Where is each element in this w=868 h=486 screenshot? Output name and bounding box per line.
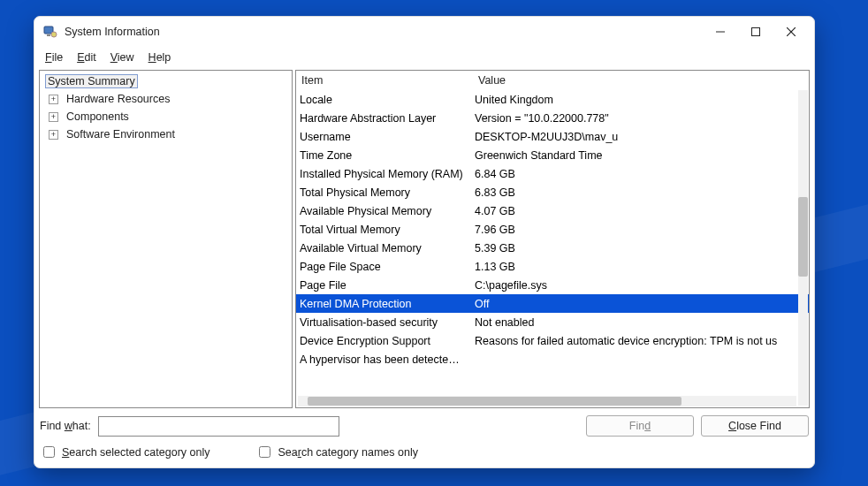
tree-system-summary[interactable]: System Summary (40, 72, 292, 90)
cell-value: Off (473, 298, 809, 310)
table-row[interactable]: Available Physical Memory4.07 GB (296, 201, 809, 220)
menu-file[interactable]: File (38, 49, 70, 66)
cell-value: C:\pagefile.sys (473, 279, 809, 292)
category-tree[interactable]: System Summary +Hardware Resources+Compo… (39, 70, 293, 408)
close-find-button[interactable]: Close Find (701, 415, 809, 437)
cell-item: Device Encryption Support (296, 335, 473, 347)
expand-icon[interactable]: + (49, 130, 58, 140)
cell-item: Installed Physical Memory (RAM) (296, 168, 473, 180)
table-row[interactable]: Hardware Abstraction LayerVersion = "10.… (296, 109, 809, 127)
svg-point-2 (51, 32, 57, 37)
info-table[interactable]: Item Value LocaleUnited KingdomHardware … (295, 70, 810, 408)
table-header[interactable]: Item Value (296, 71, 809, 90)
tree-item[interactable]: +Hardware Resources (40, 90, 292, 108)
maximize-button[interactable] (738, 19, 773, 44)
table-row[interactable]: Installed Physical Memory (RAM)6.84 GB (296, 164, 809, 183)
cell-value: 6.84 GB (473, 168, 809, 180)
cell-item: Available Virtual Memory (296, 242, 473, 254)
table-row[interactable]: Available Virtual Memory5.39 GB (296, 239, 809, 257)
table-row[interactable]: Total Physical Memory6.83 GB (296, 183, 809, 201)
cell-value: 4.07 GB (473, 205, 809, 217)
tree-item-label: Software Environment (64, 128, 178, 140)
cell-item: Time Zone (296, 149, 473, 162)
cell-value: DESKTOP-M2UUJ3D\mav_u (473, 131, 809, 143)
svg-rect-4 (752, 28, 760, 36)
table-row[interactable]: Kernel DMA ProtectionOff (296, 294, 809, 313)
app-icon (43, 25, 57, 39)
cell-item: Hardware Abstraction Layer (296, 112, 473, 125)
column-value[interactable]: Value (473, 71, 809, 90)
titlebar[interactable]: System Information (34, 17, 814, 47)
menu-view[interactable]: View (103, 49, 141, 66)
cell-value: 7.96 GB (473, 224, 809, 236)
table-row[interactable]: Total Virtual Memory7.96 GB (296, 220, 809, 239)
cell-item: Page File (296, 279, 473, 292)
cell-value: Not enabled (473, 316, 809, 329)
window-title: System Information (65, 26, 703, 38)
cell-value: 6.83 GB (473, 186, 809, 199)
scroll-thumb[interactable] (798, 197, 808, 276)
search-category-names-only-checkbox[interactable]: Search category names only (255, 444, 417, 460)
tree-item[interactable]: +Components (40, 108, 292, 125)
search-selected-only-checkbox[interactable]: Search selected category only (40, 444, 209, 460)
cell-item: Total Physical Memory (296, 186, 473, 199)
cell-item: Kernel DMA Protection (296, 298, 473, 310)
expand-icon[interactable]: + (49, 95, 58, 104)
cell-item: A hypervisor has been detecte… (296, 353, 473, 366)
table-row[interactable]: Page File Space1.13 GB (296, 257, 809, 276)
cell-value: Version = "10.0.22000.778" (473, 112, 809, 125)
table-row[interactable]: UsernameDESKTOP-M2UUJ3D\mav_u (296, 127, 809, 146)
cell-value: United Kingdom (473, 94, 809, 106)
close-button[interactable] (773, 19, 809, 44)
menu-help[interactable]: Help (141, 49, 179, 66)
horizontal-scrollbar[interactable] (298, 396, 796, 406)
cell-item: Available Physical Memory (296, 205, 473, 217)
table-row[interactable]: Page FileC:\pagefile.sys (296, 276, 809, 294)
system-information-window: System Information File Edit View Help S… (34, 16, 815, 468)
find-input[interactable] (98, 416, 339, 437)
table-row[interactable]: A hypervisor has been detecte… (296, 350, 809, 368)
scroll-thumb[interactable] (308, 397, 681, 406)
table-row[interactable]: Virtualisation-based securityNot enabled (296, 313, 809, 331)
table-row[interactable]: Device Encryption SupportReasons for fai… (296, 331, 809, 350)
table-row[interactable]: Time ZoneGreenwich Standard Time (296, 146, 809, 164)
table-row[interactable]: LocaleUnited Kingdom (296, 90, 809, 109)
cell-value: 5.39 GB (473, 242, 809, 254)
menu-edit[interactable]: Edit (70, 49, 103, 66)
vertical-scrollbar[interactable] (798, 90, 808, 406)
cell-value: 1.13 GB (473, 261, 809, 273)
cell-item: Total Virtual Memory (296, 224, 473, 236)
tree-item[interactable]: +Software Environment (40, 125, 292, 143)
tree-item-label: Components (64, 110, 132, 123)
cell-value: Reasons for failed automatic device encr… (473, 335, 809, 347)
expand-icon[interactable]: + (49, 112, 58, 122)
search-panel: Find what: Find Close Find Search select… (34, 412, 814, 467)
tree-item-label: Hardware Resources (64, 93, 172, 105)
find-button[interactable]: Find (586, 415, 694, 437)
find-what-label: Find what: (40, 420, 91, 432)
cell-value: Greenwich Standard Time (473, 149, 809, 162)
menu-bar: File Edit View Help (34, 47, 814, 68)
cell-item: Virtualisation-based security (296, 316, 473, 329)
cell-item: Locale (296, 94, 473, 106)
cell-item: Username (296, 131, 473, 143)
column-item[interactable]: Item (296, 71, 473, 90)
cell-item: Page File Space (296, 261, 473, 273)
minimize-button[interactable] (703, 19, 738, 44)
svg-rect-1 (47, 34, 50, 36)
